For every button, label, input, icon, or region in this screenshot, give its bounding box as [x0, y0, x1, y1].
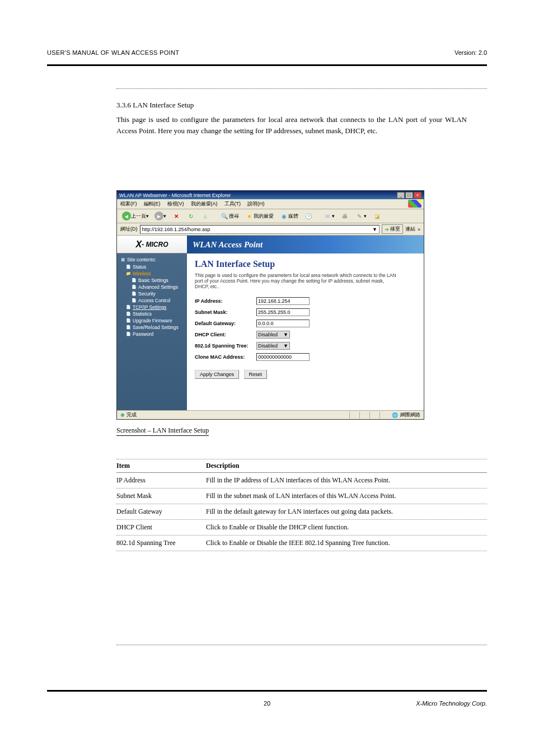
gateway-label: Default Gateway:	[195, 321, 256, 326]
window-title: WLAN AP Webserver - Microsoft Internet E…	[119, 192, 231, 198]
address-bar: 網址(D) http://192.168.1.254/home.asp▼ ➔移至…	[117, 223, 424, 236]
spanning-select[interactable]: Disabled▼	[256, 342, 290, 350]
print-icon: 🖶	[340, 212, 349, 220]
mail-icon: ✉	[323, 212, 332, 220]
links-label[interactable]: 連結	[405, 226, 415, 233]
page-description: This page is used to configure the param…	[195, 273, 396, 289]
section-intro: This page is used to configure the param…	[116, 114, 467, 136]
menu-tools[interactable]: 工具(T)	[224, 200, 241, 208]
maximize-button[interactable]: □	[405, 192, 413, 199]
print-button[interactable]: 🖶	[339, 211, 351, 221]
minimize-button[interactable]: _	[397, 192, 405, 199]
stop-button[interactable]: ✕	[170, 211, 182, 221]
reset-button[interactable]: Reset	[244, 370, 268, 379]
status-cell	[349, 412, 359, 419]
mac-input[interactable]: 000000000000	[256, 353, 310, 361]
gateway-input[interactable]: 0.0.0.0	[256, 320, 310, 327]
go-button[interactable]: ➔移至	[382, 224, 403, 234]
search-icon: 🔍	[220, 212, 229, 220]
search-button[interactable]: 🔍搜尋	[218, 211, 241, 221]
menu-favorites[interactable]: 我的最愛(A)	[191, 200, 218, 208]
subnet-input[interactable]: 255.255.255.0	[256, 308, 310, 316]
doc-header-left: USER'S MANUAL OF WLAN ACCESS POINT	[47, 49, 179, 56]
status-cell	[380, 412, 390, 419]
history-button[interactable]: 🕑	[302, 211, 315, 221]
star-icon: ★	[245, 212, 254, 220]
internet-icon: 🌐	[392, 412, 398, 418]
menu-view[interactable]: 檢視(V)	[167, 200, 184, 208]
table-row: Subnet Mask Fill in the subnet mask of L…	[116, 489, 487, 504]
banner: WLAN Access Point	[187, 236, 424, 253]
home-button[interactable]: ⌂	[199, 211, 212, 221]
media-button[interactable]: ◉媒體	[278, 211, 300, 221]
col-header-item: Item	[116, 462, 206, 470]
sidebar-item-stats[interactable]: Statistics	[125, 311, 186, 317]
footer-company: X-Micro Technology Corp.	[416, 700, 487, 707]
status-zone: 網際網路	[400, 411, 420, 419]
section-number: 3.3.6 LAN Interface Setup	[116, 101, 467, 110]
main-content: WLAN Access Point LAN Interface Setup Th…	[187, 236, 424, 419]
toolbar: ◄上一頁 ▾ ► ▾ ✕ ↻ ⌂ 🔍搜尋 ★我的最愛 ◉媒體 🕑 ✉▾ 🖶 ✎▾…	[117, 209, 424, 223]
tree-root: 🖥 Site contents:	[118, 256, 186, 264]
table-row: Default Gateway Fill in the default gate…	[116, 504, 487, 520]
sidebar-item-advanced[interactable]: Advanced Settings	[130, 284, 186, 290]
doc-header-right: Version: 2.0	[455, 49, 487, 56]
discuss-button[interactable]: ◪	[371, 211, 383, 221]
discuss-icon: ◪	[372, 212, 381, 220]
history-icon: 🕑	[304, 212, 313, 220]
divider	[116, 88, 487, 89]
header-rule	[47, 62, 487, 66]
status-text: 完成	[127, 412, 137, 417]
close-button[interactable]: ×	[414, 192, 421, 199]
edit-icon: ✎	[355, 212, 364, 220]
page-number: 20	[264, 700, 270, 707]
logo: X- MICRO	[117, 236, 187, 253]
back-icon: ◄	[122, 212, 131, 220]
col-header-desc: Description	[206, 462, 487, 470]
sidebar-item-basic[interactable]: Basic Settings	[130, 277, 186, 284]
definition-table: Item Description IP Address Fill in the …	[116, 459, 487, 551]
back-button[interactable]: ◄上一頁 ▾	[120, 211, 151, 221]
favorites-button[interactable]: ★我的最愛	[243, 211, 275, 221]
ip-input[interactable]: 192.168.1.254	[256, 297, 310, 305]
subnet-label: Subnet Mask:	[195, 309, 256, 315]
status-bar: ◉ 完成 🌐 網際網路	[117, 410, 424, 419]
done-icon: ◉	[120, 412, 125, 417]
sidebar-item-password[interactable]: Password	[125, 331, 186, 337]
divider	[116, 645, 487, 645]
dhcp-select[interactable]: Disabled▼	[256, 331, 290, 339]
forward-icon: ►	[154, 212, 163, 220]
sidebar-item-wireless[interactable]: Wireless	[125, 270, 186, 277]
sidebar-item-savereload[interactable]: Save/Reload Settings	[125, 324, 186, 331]
edit-button[interactable]: ✎▾	[353, 211, 368, 221]
spanning-label: 802.1d Spanning Tree:	[195, 343, 256, 349]
table-row: IP Address Fill in the IP address of LAN…	[116, 473, 487, 489]
menu-help[interactable]: 說明(H)	[247, 200, 265, 208]
dhcp-label: DHCP Client:	[195, 332, 256, 337]
status-cell	[359, 412, 369, 419]
address-label: 網址(D)	[120, 226, 138, 233]
chevron-icon[interactable]: »	[418, 227, 420, 232]
sidebar-item-security[interactable]: Security	[130, 290, 186, 297]
ip-label: IP Address:	[195, 298, 256, 304]
screenshot: WLAN AP Webserver - Microsoft Internet E…	[116, 190, 424, 420]
mail-button[interactable]: ✉▾	[321, 211, 336, 221]
footer-rule	[47, 690, 487, 694]
menu-file[interactable]: 檔案(F)	[120, 200, 137, 208]
window-titlebar: WLAN AP Webserver - Microsoft Internet E…	[117, 191, 424, 199]
chevron-down-icon: ▼	[283, 343, 288, 349]
sidebar-item-upgrade[interactable]: Upgrade Firmware	[125, 317, 186, 324]
address-input[interactable]: http://192.168.1.254/home.asp▼	[140, 225, 380, 234]
go-icon: ➔	[385, 227, 389, 232]
home-icon: ⌂	[201, 212, 210, 220]
sidebar-item-tcpip[interactable]: TCP/IP Settings	[125, 304, 186, 311]
forward-button[interactable]: ► ▾	[153, 211, 168, 221]
table-row: 802.1d Spanning Tree Click to Enable or …	[116, 536, 487, 551]
sidebar: X- MICRO 🖥 Site contents: Status Wireles…	[117, 236, 187, 419]
sidebar-item-status[interactable]: Status	[125, 264, 186, 270]
menu-edit[interactable]: 編輯(E)	[144, 200, 161, 208]
refresh-button[interactable]: ↻	[185, 211, 197, 221]
figure-caption: Screenshot – LAN Interface Setup	[116, 426, 209, 436]
sidebar-item-access[interactable]: Access Control	[130, 297, 186, 304]
apply-button[interactable]: Apply Changes	[195, 370, 239, 379]
